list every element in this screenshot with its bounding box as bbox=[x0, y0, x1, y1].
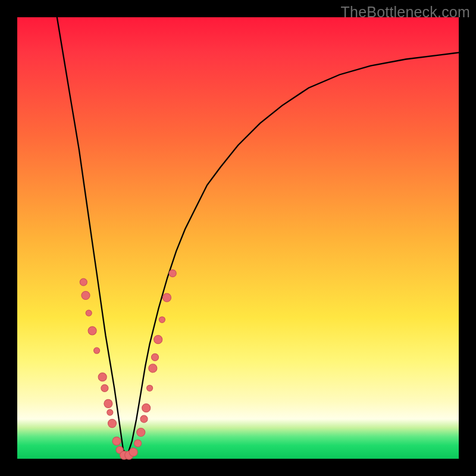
scatter-dot bbox=[107, 409, 113, 415]
scatter-dot bbox=[98, 373, 107, 381]
scatter-dot bbox=[147, 385, 153, 391]
scatter-dot bbox=[134, 440, 142, 447]
scatter-dot bbox=[86, 310, 92, 316]
scatter-dot bbox=[101, 384, 108, 392]
scatter-dot bbox=[80, 278, 87, 286]
scatter-dot bbox=[137, 428, 145, 437]
scatter-dot bbox=[94, 347, 100, 353]
scatter-dot bbox=[154, 336, 162, 344]
scatter-dot bbox=[140, 415, 148, 422]
scatter-dot bbox=[112, 437, 121, 445]
scatter-dot bbox=[169, 270, 176, 277]
scatter-dot bbox=[129, 448, 137, 456]
bottleneck-curve bbox=[57, 17, 459, 455]
scatter-dot bbox=[88, 327, 96, 335]
scatter-dot bbox=[149, 364, 157, 372]
scatter-dot bbox=[108, 419, 117, 428]
scatter-dot bbox=[159, 317, 165, 322]
plot-area bbox=[17, 17, 459, 459]
watermark-text: TheBottleneck.com bbox=[341, 4, 470, 21]
scatter-dot bbox=[152, 353, 159, 361]
scatter-dot bbox=[163, 293, 171, 302]
scatter-dot bbox=[104, 399, 112, 408]
scatter-dot bbox=[82, 292, 90, 300]
scatter-dot bbox=[142, 404, 151, 412]
chart-svg bbox=[17, 17, 459, 459]
